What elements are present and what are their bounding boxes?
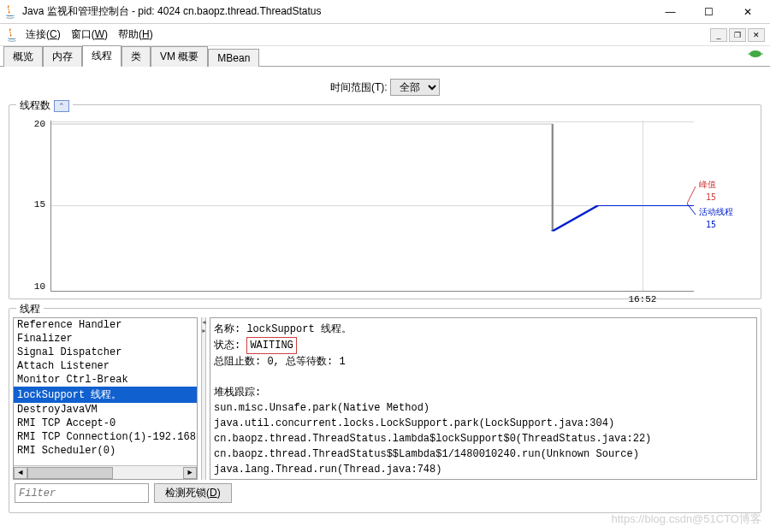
detail-thread-name: lockSupport 线程。 xyxy=(246,323,351,335)
window-title: Java 监视和管理控制台 - pid: 4024 cn.baopz.threa… xyxy=(22,4,651,19)
thread-count-chart-panel: 线程数 ⌃ 10 15 20 16:52 峰值 1 xyxy=(9,104,761,299)
thread-list-item[interactable]: DestroyJavaVM xyxy=(14,403,197,417)
watermark: https://blog.csdn@51CTO博客 xyxy=(611,511,761,527)
tab-overview[interactable]: 概览 xyxy=(3,46,43,67)
chart-collapse-button[interactable]: ⌃ xyxy=(54,100,69,112)
thread-list-item[interactable]: Attach Listener xyxy=(14,359,197,373)
tab-mbean[interactable]: MBean xyxy=(208,49,259,67)
y-tick: 15 xyxy=(34,199,45,210)
legend-peak-label: 峰值 xyxy=(699,179,716,191)
close-button[interactable]: ✕ xyxy=(728,2,767,22)
stack-trace-label: 堆栈跟踪: xyxy=(214,385,753,400)
connection-status-icon xyxy=(748,49,763,59)
internal-min-button[interactable]: _ xyxy=(710,28,727,42)
filter-input[interactable] xyxy=(15,483,149,503)
scroll-right-icon[interactable]: ► xyxy=(183,467,197,479)
stack-trace: sun.misc.Unsafe.park(Native Method)java.… xyxy=(214,400,753,477)
detect-deadlock-button[interactable]: 检测死锁(D) xyxy=(154,483,232,503)
thread-list-scrollbar[interactable]: ◄ ► xyxy=(14,465,197,479)
thread-list-item[interactable]: Monitor Ctrl-Break xyxy=(14,373,197,387)
scroll-thumb[interactable] xyxy=(27,467,113,479)
menu-help[interactable]: 帮助(H) xyxy=(118,27,153,42)
splitter-handle[interactable] xyxy=(201,317,206,480)
x-tick: 16:52 xyxy=(628,294,656,304)
tab-classes[interactable]: 类 xyxy=(121,46,151,67)
thread-detail: 名称: lockSupport 线程。 状态: WAITING 总阻止数: 0,… xyxy=(210,317,757,480)
thread-list-item[interactable]: lockSupport 线程。 xyxy=(14,387,197,403)
threads-panel: 线程 Reference HandlerFinalizerSignal Disp… xyxy=(9,308,761,513)
svg-point-0 xyxy=(749,50,761,57)
thread-list-item[interactable]: Reference Handler xyxy=(14,318,197,332)
tab-threads[interactable]: 线程 xyxy=(82,45,121,67)
time-range-row: 时间范围(T): 全部 xyxy=(7,79,763,96)
thread-list-item[interactable]: RMI Scheduler(0) xyxy=(14,444,197,458)
y-tick: 20 xyxy=(34,119,45,129)
svg-line-3 xyxy=(687,186,696,204)
stack-frame: java.lang.Thread.run(Thread.java:748) xyxy=(214,462,753,477)
java-icon xyxy=(3,5,17,19)
tab-vm[interactable]: VM 概要 xyxy=(151,46,208,67)
menu-connect[interactable]: 连接(C) xyxy=(26,27,61,42)
thread-count-chart[interactable]: 10 15 20 16:52 峰值 15 活动线程 15 xyxy=(16,121,754,292)
tab-memory[interactable]: 内存 xyxy=(43,46,82,67)
stack-frame: java.util.concurrent.locks.LockSupport.p… xyxy=(214,416,753,431)
detail-thread-status: WAITING xyxy=(246,337,296,354)
thread-list-item[interactable]: Signal Dispatcher xyxy=(14,346,197,359)
window-controls: — ☐ ✕ xyxy=(651,2,767,22)
threads-panel-title: 线程 xyxy=(16,302,44,316)
thread-list-item[interactable]: RMI TCP Connection(1)-192.168. xyxy=(14,430,197,444)
legend-peak-value: 15 xyxy=(706,192,716,202)
y-tick: 10 xyxy=(34,281,45,292)
java-icon xyxy=(5,28,19,42)
stack-frame: cn.baopz.thread.ThreadStatus$$Lambda$1/1… xyxy=(214,446,753,462)
maximize-button[interactable]: ☐ xyxy=(690,2,728,22)
legend-active-value: 15 xyxy=(706,220,716,229)
thread-list[interactable]: Reference HandlerFinalizerSignal Dispatc… xyxy=(13,317,198,480)
minimize-button[interactable]: — xyxy=(651,2,690,22)
thread-list-item[interactable]: RMI TCP Accept-0 xyxy=(14,417,197,430)
stack-frame: cn.baopz.thread.ThreadStatus.lambda$lock… xyxy=(214,431,753,446)
time-range-select[interactable]: 全部 xyxy=(390,79,440,96)
tabbar: 概览 内存 线程 类 VM 概要 MBean xyxy=(0,46,770,67)
svg-line-4 xyxy=(687,204,696,215)
stack-frame: sun.misc.Unsafe.park(Native Method) xyxy=(214,400,753,416)
time-range-label: 时间范围(T): xyxy=(330,81,388,93)
menu-window[interactable]: 窗口(W) xyxy=(71,27,108,42)
thread-list-item[interactable]: Finalizer xyxy=(14,332,197,346)
internal-max-button[interactable]: ❐ xyxy=(729,28,746,42)
chart-title: 线程数 xyxy=(20,98,50,113)
window-titlebar: Java 监视和管理控制台 - pid: 4024 cn.baopz.threa… xyxy=(0,0,770,24)
internal-close-button[interactable]: ✕ xyxy=(748,28,765,42)
legend-active-label: 活动线程 xyxy=(699,206,733,218)
menubar: 连接(C) 窗口(W) 帮助(H) _ ❐ ✕ xyxy=(0,24,770,46)
scroll-left-icon[interactable]: ◄ xyxy=(14,467,27,479)
